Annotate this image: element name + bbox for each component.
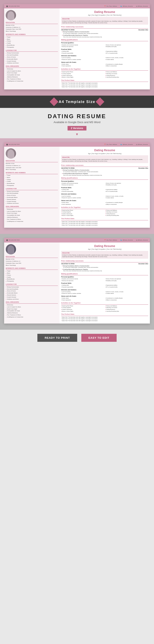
list-item: Foodie [6,181,58,182]
list-item: Doesn't love dogs! [6,72,58,74]
resume-main-1: Dating Resume Age: [Your Age] Occupation… [60,8,150,90]
list-item: Doesn't love dogs! [6,212,58,214]
creating-memorable-desc-1: One of my most cherished memories was pl… [62,36,148,38]
twitter-icon: 🐦 [120,5,122,7]
list-item: Lack of respect for others [6,211,58,212]
phone-icon: 📱 [6,5,8,7]
resume-title-1: Dating Resume [61,10,148,14]
list-item: Sense of Humor [6,195,58,196]
list-item: Unwillingness to Compromise [6,80,58,82]
looking-for-list: Strong Communicator Kind and Empathetic … [6,52,58,64]
versions-arrow: ▼ [4,132,150,136]
photo-silhouette-2 [8,150,14,158]
location-icon-2: 📍 [104,144,106,146]
looking-for-title-2: Looking For [6,188,58,190]
a4-diamond [50,98,58,106]
phone-number-3: 000 (123) 456 78 90 [9,240,20,241]
vacation-date-1: December 20xx [138,29,148,31]
list-item: Photography [6,46,58,48]
resume-title-2: Dating Resume [61,148,148,152]
about-title-1: About Me [62,18,147,20]
vacation-header-1: VACATION TO SPAIN December 20xx [61,29,148,31]
list-item: Unwillingness to Compromise [6,221,58,222]
list-item: Unwillingness to Compromise [6,316,58,318]
resume-body-3: Education Bachelor of Arts University of… [4,242,150,324]
values-cols-1: • Family values • Future aspirations • C… [61,64,148,67]
photo-silhouette-1 [8,11,14,20]
twitter-icon-3: 🐦 [120,239,122,241]
mating-title-2: Mating Qualifications [61,177,148,180]
qualities-right-1: • Sense of humor and optimism • Reliabil… [105,44,148,48]
linkedin-icon: in [136,5,137,7]
education-degree: Bachelor of Arts [6,24,58,26]
ready-to-print-button[interactable]: READY TO PRINT [37,334,77,342]
list-item: Kind and Empathetic [6,54,58,56]
resume-subtitle-3: Age: [Your Age] Occupation: [Your Job Ti… [61,248,148,250]
about-section-1: About Me Hi there! I'm [Your Name], an a… [61,17,148,24]
resume-sidebar-2: Education Bachelor of Arts University of… [4,147,60,228]
list-item: Emotionally Mature [6,58,58,60]
linkedin-handle-2: @Name_Surname [137,144,148,146]
list-item: Doesn't love dogs! [6,308,58,310]
about-section-3: About Me Hi there! I'm [Your Name], an a… [61,251,148,259]
list-item: Dishonesty [6,209,58,210]
list-item: Travel [6,175,58,176]
resume-subtitle-2: Age: [Your Age] Occupation: [Your Job Ti… [61,153,148,154]
preview-section-2: 📱 000 (123) 456 78 90 📍 City, Town, Addr… [0,138,154,234]
hobbies-cols-1: • Love for traveling • Passion for sport… [61,57,148,60]
list-item: Strong Communicator [6,286,58,288]
a4-title: A4 Template Size [59,100,95,104]
practical-left-1: • Cooking skills • Financial responsibil… [61,51,104,54]
list-item: Ambitious and Driven [6,203,58,204]
list-item: Books/Movies [6,44,58,46]
twitter-contact: 🐦 @Name_Surname [120,5,133,7]
list-item: Sense of Humor [6,56,58,58]
a4-label-section: A4 Template Size [0,96,154,108]
twitter-contact-2: 🐦 @Name_Surname [120,144,133,146]
photo-area-2 [6,148,16,158]
list-item: Lack of respect for others [6,70,58,72]
values-left-1: • Family values • Future aspirations [61,64,104,67]
resume-header-3: 📱 000 (123) 456 78 90 📍 City, Town, Addr… [4,238,150,242]
list-item: Music [6,177,58,178]
list-item: Emotionally Mature [6,292,58,294]
activities-title-2: Activities to Do Together: [61,206,148,209]
list-item: Ambitious and Driven [6,298,58,300]
practical-cols-1: • Cooking skills • Financial responsibil… [61,51,148,54]
list-item: Addictive Behaviors [6,217,58,218]
list-item: Fitness [6,179,58,180]
hobbies-left-1: • Love for traveling • Passion for sport… [61,57,104,60]
resume-title-3: Dating Resume [61,244,148,248]
list-item: Incompatible Life Goals [6,310,58,312]
photo-silhouette-3 [8,245,14,254]
interests-hobbies-title-1: Interests and Hobbies: [61,55,148,56]
list-item: Incompatible Life Goals [6,214,58,216]
resume-header-1: 📱 000 (123) 456 78 90 📍 City, Town, Addr… [4,4,150,8]
education-minor: Minor: Psychology [6,30,58,32]
list-item: Poor Treatment of Others [6,314,58,316]
location-text-2: City, Town, Address [106,144,117,146]
relationship-title-1: Prior relationship successes [61,26,148,28]
list-item: Dishonesty [6,304,58,306]
twitter-icon-2: 🐦 [120,144,122,146]
list-item: Books/Movies [6,278,58,280]
interests-list-3: Travel Music Fitness Foodie Books/Movies… [6,270,58,282]
location-contact-2: 📍 City, Town, Address [104,144,117,146]
easy-to-edit-button[interactable]: EASY TO EDIT [81,334,117,342]
values-right-1: • Commitment to a healthy lifestyle • Ab… [105,64,148,67]
photo-placeholder-3 [6,244,16,254]
list-item: Photography [6,280,58,282]
resume-main-2: Dating Resume Age: [Your Age] Occupation… [60,147,150,228]
vacation-label-1: VACATION TO SPAIN [61,29,75,31]
resume-card-3: 📱 000 (123) 456 78 90 📍 City, Town, Addr… [4,238,150,323]
photo-area-3 [6,244,16,254]
resume-sidebar-1: Education Bachelor of Arts University of… [4,8,60,90]
list-item: Addictive Behaviors [6,312,58,314]
header-info: 📍 City, Town, Address 🐦 @Name_Surname in… [22,5,148,7]
looking-for-list-2: Strong Communicator Kind and Empathetic … [6,191,58,204]
location-icon-3: 📍 [104,239,106,241]
phone-icon-2: 📱 [6,144,8,146]
list-item: Music [6,272,58,274]
phone-number-2: 000 (123) 456 78 90 [9,144,20,146]
phone-icon-3: 📱 [6,239,8,241]
